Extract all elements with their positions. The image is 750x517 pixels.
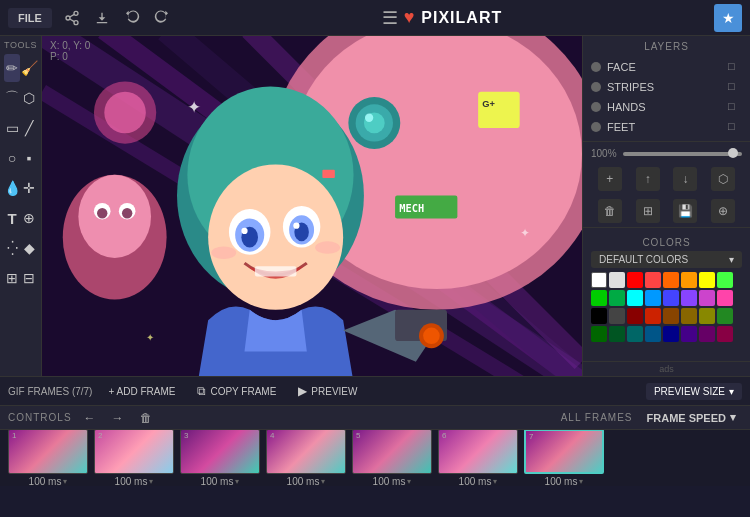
color-swatch-22[interactable] <box>699 308 715 324</box>
frame-item-6[interactable]: 6100 ms▾ <box>438 430 518 486</box>
spray-tool[interactable]: ◆ <box>21 234 37 262</box>
copy-frame-btn[interactable]: ⧉ COPY FRAME <box>191 382 282 400</box>
color-swatch-3[interactable] <box>645 272 661 288</box>
color-swatch-1[interactable] <box>609 272 625 288</box>
color-swatch-11[interactable] <box>645 290 661 306</box>
frame-time-arrow-4[interactable]: ▾ <box>321 477 325 486</box>
color-swatch-18[interactable] <box>627 308 643 324</box>
undo-icon[interactable] <box>124 10 140 26</box>
redo-icon[interactable] <box>154 10 170 26</box>
export-layer-btn[interactable]: ⬡ <box>711 167 735 191</box>
color-swatch-21[interactable] <box>681 308 697 324</box>
star-button[interactable]: ★ <box>714 4 742 32</box>
fill-tool[interactable]: ▪ <box>21 144 37 172</box>
line-tool[interactable]: ╱ <box>21 114 37 142</box>
color-swatch-17[interactable] <box>609 308 625 324</box>
file-menu[interactable]: FILE <box>8 8 52 28</box>
frame-time-row-4: 100 ms▾ <box>287 476 326 486</box>
add-layer-btn[interactable]: + <box>598 167 622 191</box>
color-swatch-28[interactable] <box>663 326 679 342</box>
add-frame-btn[interactable]: + ADD FRAME <box>102 384 181 399</box>
layer-hands-visibility[interactable]: □ <box>728 100 742 114</box>
layer-feet[interactable]: FEET □ <box>591 117 742 137</box>
layer-stripes-visibility[interactable]: □ <box>728 80 742 94</box>
frame-time-arrow-1[interactable]: ▾ <box>63 477 67 486</box>
preview-size-btn[interactable]: PREVIEW SIZE ▾ <box>646 383 742 400</box>
save-layer-btn[interactable]: 💾 <box>673 199 697 223</box>
color-swatch-27[interactable] <box>645 326 661 342</box>
color-swatch-31[interactable] <box>717 326 733 342</box>
color-swatch-0[interactable] <box>591 272 607 288</box>
color-swatch-14[interactable] <box>699 290 715 306</box>
svg-point-2 <box>74 20 78 24</box>
frame-time-arrow-6[interactable]: ▾ <box>493 477 497 486</box>
checker-tool[interactable]: ⊞ <box>4 264 20 292</box>
select-tool[interactable]: ⬡ <box>21 84 37 112</box>
prev-frame-btn[interactable]: ← <box>80 409 100 427</box>
crop-tool[interactable]: ⊟ <box>21 264 37 292</box>
color-swatch-20[interactable] <box>663 308 679 324</box>
next-frame-btn[interactable]: → <box>108 409 128 427</box>
move-layer-down-btn[interactable]: ↓ <box>673 167 697 191</box>
color-swatch-19[interactable] <box>645 308 661 324</box>
lasso-tool[interactable]: ⌒ <box>4 84 20 112</box>
color-swatch-23[interactable] <box>717 308 733 324</box>
color-swatch-30[interactable] <box>699 326 715 342</box>
layer-face[interactable]: FACE □ <box>591 57 742 77</box>
color-swatch-26[interactable] <box>627 326 643 342</box>
color-swatch-12[interactable] <box>663 290 679 306</box>
frame-time-arrow-3[interactable]: ▾ <box>235 477 239 486</box>
frame-item-4[interactable]: 4100 ms▾ <box>266 430 346 486</box>
delete-layer-btn[interactable]: 🗑 <box>598 199 622 223</box>
color-swatch-10[interactable] <box>627 290 643 306</box>
pan-tool[interactable]: ✛ <box>21 174 37 202</box>
eraser-tool[interactable]: 🧹 <box>21 54 37 82</box>
layer-feet-visibility[interactable]: □ <box>728 120 742 134</box>
frame-time-arrow-5[interactable]: ▾ <box>407 477 411 486</box>
frame-number-1: 1 <box>12 431 16 440</box>
layer-face-visibility[interactable]: □ <box>728 60 742 74</box>
color-swatch-16[interactable] <box>591 308 607 324</box>
duplicate-layer-btn[interactable]: ⊕ <box>711 199 735 223</box>
pencil-tool[interactable]: ✏ <box>4 54 20 82</box>
rect-select-tool[interactable]: ▭ <box>4 114 20 142</box>
color-swatch-15[interactable] <box>717 290 733 306</box>
frame-item-7[interactable]: 7100 ms▾ <box>524 430 604 486</box>
color-swatch-24[interactable] <box>591 326 607 342</box>
frame-item-3[interactable]: 3100 ms▾ <box>180 430 260 486</box>
share-icon[interactable] <box>64 10 80 26</box>
color-swatch-5[interactable] <box>681 272 697 288</box>
text-tool[interactable]: T <box>4 204 20 232</box>
colors-dropdown-label: DEFAULT COLORS <box>599 254 688 265</box>
color-swatch-13[interactable] <box>681 290 697 306</box>
dither-tool[interactable]: ⁛ <box>4 234 20 262</box>
frame-speed-btn[interactable]: FRAME SPEED ▾ <box>641 409 742 426</box>
opacity-slider[interactable] <box>623 152 742 156</box>
color-swatch-7[interactable] <box>717 272 733 288</box>
color-swatch-8[interactable] <box>591 290 607 306</box>
frame-time-arrow-7[interactable]: ▾ <box>579 477 583 486</box>
color-swatch-6[interactable] <box>699 272 715 288</box>
eyedropper-tool[interactable]: 💧 <box>4 174 20 202</box>
frame-item-1[interactable]: 1100 ms▾ <box>8 430 88 486</box>
download-icon[interactable] <box>94 10 110 26</box>
preview-btn[interactable]: ▶ PREVIEW <box>292 382 363 400</box>
color-swatch-25[interactable] <box>609 326 625 342</box>
frame-time-arrow-2[interactable]: ▾ <box>149 477 153 486</box>
color-swatch-29[interactable] <box>681 326 697 342</box>
colors-dropdown[interactable]: DEFAULT COLORS ▾ <box>591 251 742 268</box>
layer-hands[interactable]: HANDS □ <box>591 97 742 117</box>
hamburger-icon[interactable]: ☰ <box>382 7 398 29</box>
color-swatch-2[interactable] <box>627 272 643 288</box>
coord-p: P: 0 <box>50 51 90 62</box>
move-layer-up-btn[interactable]: ↑ <box>636 167 660 191</box>
layer-stripes[interactable]: STRIPES □ <box>591 77 742 97</box>
ellipse-tool[interactable]: ○ <box>4 144 20 172</box>
color-swatch-4[interactable] <box>663 272 679 288</box>
color-swatch-9[interactable] <box>609 290 625 306</box>
stamp-tool[interactable]: ⊕ <box>21 204 37 232</box>
merge-layer-btn[interactable]: ⊞ <box>636 199 660 223</box>
frame-item-5[interactable]: 5100 ms▾ <box>352 430 432 486</box>
delete-frame-btn[interactable]: 🗑 <box>136 409 156 427</box>
frame-item-2[interactable]: 2100 ms▾ <box>94 430 174 486</box>
